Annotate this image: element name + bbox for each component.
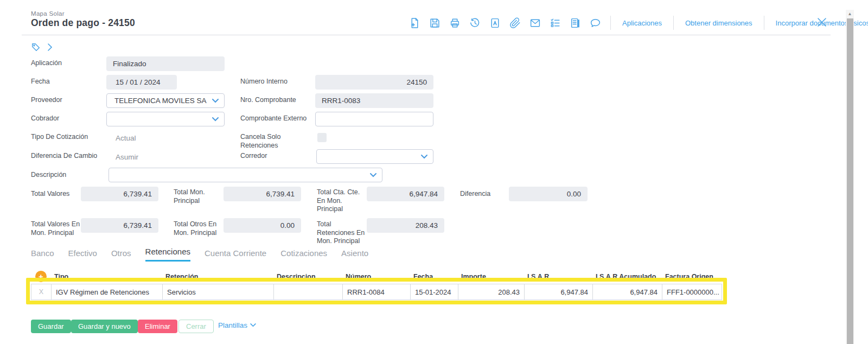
report-icon[interactable] [569,17,581,29]
cell-isar[interactable]: 6,947.84 [524,284,593,300]
column-header-retencion: Retención [163,273,274,281]
tab-banco[interactable]: Banco [31,249,54,262]
cancela-solo-retenciones-checkbox [317,133,327,142]
fecha-label: Fecha [31,78,50,86]
mail-icon[interactable] [529,17,541,29]
nro-comprobante-field: RRR1-0083 [315,93,433,108]
orden-de-pago-window: Mapa Solar Orden de pago - 24150 [0,0,868,344]
cell-factura-origen[interactable]: FFF1-0000000... [662,284,722,300]
column-header-tipo: Tipo [52,273,163,281]
toolbar: Aplicaciones Obtener dimensiones Incorpo… [409,16,868,30]
column-header-isar: I.S.A.R [525,273,593,281]
diferencia-cambio-label: Diferencia De Cambio [31,152,107,161]
column-header-descripcion: Descripcion [274,273,343,281]
proveedor-label: Proveedor [31,96,62,105]
guardar-y-nuevo-button[interactable]: Guardar y nuevo [71,320,138,333]
cobrador-label: Cobrador [31,114,59,123]
numero-interno-label: Número Interno [240,78,288,86]
eliminar-button[interactable]: Eliminar [138,320,177,333]
chevron-down-icon [212,117,219,122]
corredor-select[interactable] [316,149,433,164]
tipo-cotizacion-label: Tipo De Cotización [31,133,104,142]
attachment-icon[interactable] [509,17,521,29]
cerrar-button[interactable]: Cerrar [178,320,214,333]
print-icon[interactable] [449,17,461,29]
cell-descripcion[interactable] [273,284,343,300]
total-mon-principal-label: Total Mon. Principal [174,188,217,205]
add-row-button[interactable]: + [35,271,47,282]
cancela-solo-retenciones-label: Cancela Solo Retenciones [240,133,292,150]
toolbar-separator [673,16,674,30]
total-cta-cte-label: Total Cta. Cte. En Mon. Principal [317,188,363,214]
total-cta-cte-field: 6,947.84 [367,187,444,201]
close-icon[interactable] [815,16,828,29]
obtener-dimensiones-link[interactable]: Obtener dimensiones [683,19,755,27]
tab-asiento[interactable]: Asiento [341,249,368,262]
tag-icon[interactable] [31,42,41,52]
guardar-button[interactable]: Guardar [31,320,71,333]
cell-fecha[interactable]: 15-01-2024 [410,284,458,300]
chevron-down-icon [421,155,427,159]
total-otros-mon-field: 0.00 [224,218,301,233]
diferencia-cambio-value: Asumir [116,153,138,161]
tab-efectivo[interactable]: Efectivo [68,249,97,262]
header-divider [22,35,831,35]
scrollbar-up-icon[interactable]: ▲ [846,10,854,18]
corredor-label: Corredor [240,152,267,161]
delete-row-button[interactable]: X [31,284,52,300]
page-title: Orden de pago - 24150 [31,17,135,29]
descripcion-label: Descripción [31,171,66,180]
column-header-fecha: Fecha [411,273,458,281]
chevron-down-icon [212,99,219,103]
chevron-down-icon [250,323,256,327]
checklist-icon[interactable] [549,17,561,29]
aplicacion-field: Finalizado [106,56,225,71]
chevron-down-icon [370,173,376,177]
aplicaciones-link[interactable]: Aplicaciones [620,19,664,27]
column-header-factura-origen: Factura Origen [662,273,722,281]
plantillas-button[interactable]: Plantillas [218,321,256,329]
total-otros-mon-label: Total Otros En Mon. Principal [174,220,224,237]
fecha-field: 15 / 01 / 2024 [106,75,177,90]
cell-importe[interactable]: 208.43 [458,284,525,300]
column-header-isar-acumulado: I.S.A.R Acumulado [593,273,662,281]
total-valores-label: Total Valores [31,190,69,199]
history-icon[interactable] [469,17,481,29]
column-header-importe: Importe [458,273,525,281]
chevron-right-icon[interactable] [47,43,53,52]
detail-tabs: Banco Efectivo Otros Retenciones Cuenta … [31,247,368,262]
nro-comprobante-label: Nro. Comprobante [240,96,296,105]
aplicacion-label: Aplicación [31,59,62,68]
tab-otros[interactable]: Otros [111,249,131,262]
total-mon-principal-field: 6,739.41 [224,187,301,201]
tab-cotizaciones[interactable]: Cotizaciones [280,249,327,262]
total-valores-field: 6,739.41 [81,187,158,201]
cell-numero[interactable]: RRR1-0084 [342,284,411,300]
descripcion-select[interactable] [108,168,382,182]
cell-tipo[interactable]: IGV Régimen de Retenciones [51,284,163,300]
toolbar-separator [610,16,611,30]
comment-icon[interactable] [589,17,601,29]
cobrador-select[interactable] [106,112,225,126]
proveedor-select[interactable]: TELEFONICA MOVILES SA [106,93,225,108]
comprobante-externo-field[interactable] [315,112,433,126]
save-icon[interactable] [429,17,441,29]
new-document-icon[interactable] [409,17,420,29]
tab-cuenta-corriente[interactable]: Cuenta Corriente [205,249,266,262]
total-retenciones-mon-label: Total Retenciones En Mon. Principal [317,220,367,246]
table-row[interactable]: X IGV Régimen de Retenciones Servicios R… [31,284,722,300]
numero-interno-field: 24150 [315,75,433,90]
column-header-numero: Número [343,273,411,281]
total-valores-mon-label: Total Valores En Mon. Principal [31,220,85,237]
tab-retenciones[interactable]: Retenciones [145,247,190,262]
diferencia-field: 0.00 [509,187,588,201]
total-valores-mon-field: 6,739.41 [81,218,158,233]
scrollbar-thumb[interactable] [847,18,853,344]
cell-isar-acumulado[interactable]: 6,947.84 [592,284,662,300]
cell-retencion[interactable]: Servicios [162,284,274,300]
font-document-icon[interactable] [489,17,501,29]
vertical-scrollbar[interactable]: ▲ [846,10,854,344]
toolbar-separator [764,16,764,30]
tipo-cotizacion-value: Actual [116,134,136,142]
diferencia-label: Diferencia [460,190,490,199]
